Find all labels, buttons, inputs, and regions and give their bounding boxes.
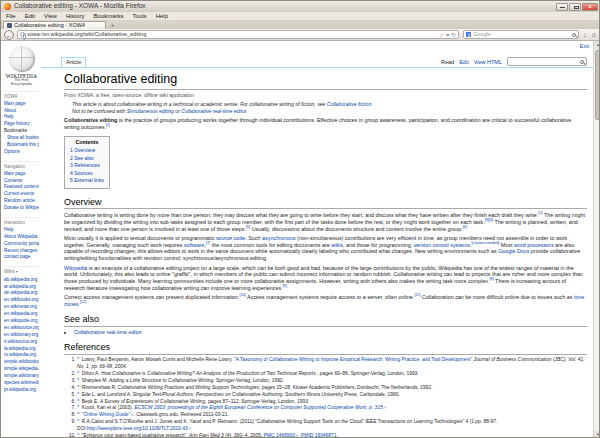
sidebar-link[interactable]: Current events	[4, 191, 39, 198]
sidebar-link[interactable]: de.wikipedia.org	[4, 290, 39, 297]
tab-edit[interactable]: Edit	[459, 59, 468, 66]
sidebar-link[interactable]: Recent changes	[4, 248, 39, 255]
ref-marker[interactable]: [6]	[463, 225, 467, 229]
jump-up-link[interactable]: ^	[77, 378, 79, 383]
sidebar-link[interactable]: simple.wiktionary.org	[4, 373, 39, 380]
sidebar-link[interactable]: en.wikipedia.org	[4, 311, 39, 318]
inline-link[interactable]: time zones	[64, 294, 584, 307]
sidebar-link[interactable]: Options	[4, 149, 39, 156]
ref-marker[interactable]: [3][4]	[485, 218, 493, 222]
jump-up-link[interactable]: ^	[77, 405, 79, 410]
menu-view[interactable]: View	[44, 13, 57, 19]
sidebar-link[interactable]: la.wikipedia.org	[4, 346, 39, 353]
sidebar-link[interactable]: simple.wikipedia.org	[4, 366, 39, 373]
menu-bookmarks[interactable]: Bookmarks	[94, 13, 124, 19]
toc-item[interactable]: 4 Sources	[70, 170, 104, 178]
jump-up-link[interactable]: ^	[77, 412, 79, 417]
inline-link[interactable]: software	[184, 242, 204, 248]
dropdown-arrow-icon[interactable]: ▾	[446, 32, 449, 38]
toc-item[interactable]: 5 External links	[70, 177, 104, 185]
sidebar-link[interactable]: Show all bookmarks	[4, 135, 39, 142]
back-button[interactable]	[4, 30, 14, 40]
downloads-icon[interactable]: ↓	[583, 31, 587, 38]
menu-edit[interactable]: Edit	[25, 13, 35, 19]
wikipedia-globe-logo[interactable]	[9, 46, 35, 72]
close-button[interactable]: ×	[582, 3, 598, 11]
sidebar-link[interactable]: en.wikinews.org	[4, 304, 39, 311]
sidebar-link[interactable]: ru.wikipedia.org	[4, 352, 39, 359]
sidebar-link[interactable]: simple.wikibooks.org	[4, 359, 39, 366]
sidebar-section-header[interactable]: Wikis▾	[4, 269, 39, 275]
sidebar-link[interactable]: Page history	[4, 121, 39, 128]
inline-link[interactable]: wikis	[331, 242, 343, 248]
new-tab-button[interactable]: +	[108, 22, 117, 29]
ref-marker[interactable]: [10]	[240, 293, 246, 297]
jump-up-link[interactable]: ^	[77, 399, 79, 404]
ref-marker[interactable]: [1]	[106, 123, 110, 127]
sidebar-link[interactable]: About Wikipedia	[4, 234, 39, 241]
inline-link[interactable]: "Online Writing Guide"	[82, 412, 131, 417]
sidebar-link[interactable]: en.wikisource.org	[4, 325, 39, 332]
scroll-up-arrow-icon[interactable]: ▲	[594, 41, 600, 49]
ref-marker[interactable]: [7]	[206, 241, 210, 245]
inline-link[interactable]: Wikipedia	[64, 265, 87, 271]
inline-link[interactable]: version control systems	[414, 242, 470, 248]
menu-tools[interactable]: Tools	[133, 13, 147, 19]
inline-link[interactable]: source code	[216, 235, 245, 241]
ref-marker[interactable]: [citation needed]	[471, 241, 499, 245]
page-scrollbar[interactable]: ▲ ▼	[593, 41, 600, 438]
ref-marker[interactable]: [2]	[538, 211, 542, 215]
ref-marker[interactable]: [12]	[80, 300, 86, 304]
sidebar-link[interactable]: ab.wikipedia.org	[4, 277, 39, 284]
inline-link[interactable]: PMID 16046871	[301, 433, 336, 438]
ref-marker[interactable]: [9]	[283, 284, 287, 288]
toc-item[interactable]: 2 See also	[70, 155, 104, 163]
inline-link[interactable]: http://ieeexplore.ieee.org/10.1109/TLT.2…	[87, 426, 188, 431]
sidebar-link[interactable]: Help	[4, 227, 39, 234]
jump-up-link[interactable]: ^	[77, 371, 79, 376]
jump-up-link[interactable]: ^	[77, 357, 79, 362]
inline-link[interactable]: Simultaneous editing	[127, 108, 174, 114]
toc-item[interactable]: 1 Overview	[70, 147, 104, 155]
menu-history[interactable]: History	[66, 13, 85, 19]
sidebar-link[interactable]: en.wiktionary.org	[4, 332, 39, 339]
menu-help[interactable]: Help	[156, 13, 168, 19]
reload-icon[interactable]: ↻	[451, 32, 456, 38]
sidebar-link[interactable]: Main page	[4, 101, 39, 108]
sidebar-link[interactable]: Bookmark this page	[4, 142, 39, 149]
browser-tab[interactable]: Collaborative editing - XOWA	[3, 21, 106, 29]
inline-link[interactable]: Collaborative real-time editor	[74, 329, 142, 335]
jump-up-link[interactable]: ^	[77, 419, 79, 424]
minimize-button[interactable]	[556, 3, 568, 11]
sidebar-link[interactable]: species.wikimedia.org	[4, 380, 39, 387]
sidebar-link[interactable]: contact page	[4, 254, 39, 261]
toc-item[interactable]: 3 References	[70, 162, 104, 170]
inline-link[interactable]: "A Taxonomy of Collaborative Writing to …	[234, 357, 472, 362]
jump-up-link[interactable]: ^	[77, 385, 79, 390]
sidebar-link[interactable]: Random article	[4, 198, 39, 205]
menu-file[interactable]: File	[6, 13, 16, 19]
inline-link[interactable]: word processors	[514, 242, 554, 248]
page-search-input[interactable]	[507, 57, 587, 66]
inline-link[interactable]: PMC 1466900	[264, 433, 295, 438]
search-engine-icon[interactable]: g	[466, 32, 471, 37]
tab-article[interactable]: Article	[61, 57, 86, 67]
jump-up-link[interactable]: ^	[77, 392, 79, 397]
inline-link[interactable]: Google Docs	[498, 248, 529, 254]
inline-link[interactable]: asynchronous	[262, 235, 296, 241]
sidebar-link[interactable]: About	[4, 108, 39, 115]
search-magnifier-icon[interactable]	[572, 33, 576, 37]
page-search-magnifier-icon[interactable]	[580, 60, 584, 64]
sidebar-link[interactable]: ar.wikipedia.org	[4, 284, 39, 291]
maximize-button[interactable]	[569, 3, 581, 11]
inline-link[interactable]: ECSCW 2003: proceedings of the Eighth Eu…	[134, 405, 382, 410]
bookmark-star-icon[interactable]: ☆	[439, 32, 444, 38]
sidebar-link[interactable]: pt.wikipedia.org	[4, 387, 39, 394]
inline-link[interactable]: Collaborative real-time editor	[181, 108, 246, 114]
scrollbar-thumb[interactable]	[595, 50, 600, 120]
sidebar-link[interactable]: Main page	[4, 171, 39, 178]
home-icon[interactable]: ⌂	[592, 31, 596, 38]
ref-marker[interactable]: [8]	[489, 277, 493, 281]
inline-link[interactable]: Collaborative fiction	[327, 101, 371, 107]
sidebar-link[interactable]: en.wikiquote.org	[4, 318, 39, 325]
